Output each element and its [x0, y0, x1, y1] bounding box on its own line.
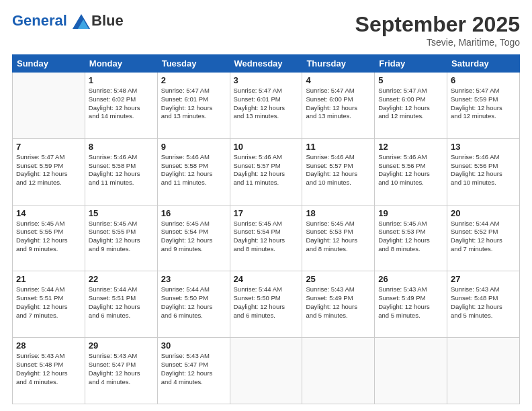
calendar-cell: 26Sunrise: 5:43 AMSunset: 5:49 PMDayligh…: [375, 271, 447, 338]
day-info: Sunrise: 5:46 AMSunset: 5:58 PMDaylight:…: [161, 153, 226, 187]
day-info: Sunrise: 5:44 AMSunset: 5:50 PMDaylight:…: [161, 285, 226, 320]
day-number: 21: [16, 274, 81, 284]
calendar-week-5: 28Sunrise: 5:43 AMSunset: 5:48 PMDayligh…: [13, 338, 520, 404]
calendar-cell: 17Sunrise: 5:45 AMSunset: 5:54 PMDayligh…: [230, 205, 302, 271]
page: General Blue September 2025 Tsevie, Mari…: [0, 0, 532, 411]
weekday-header-sunday: Sunday: [13, 55, 85, 73]
calendar-cell: 1Sunrise: 5:48 AMSunset: 6:02 PMDaylight…: [85, 73, 157, 139]
day-info: Sunrise: 5:47 AMSunset: 5:59 PMDaylight:…: [451, 87, 516, 121]
day-number: 4: [306, 75, 371, 85]
day-number: 13: [451, 142, 516, 152]
day-info: Sunrise: 5:43 AMSunset: 5:48 PMDaylight:…: [451, 285, 516, 320]
calendar-cell: 18Sunrise: 5:45 AMSunset: 5:53 PMDayligh…: [302, 205, 375, 271]
calendar-cell: 15Sunrise: 5:45 AMSunset: 5:55 PMDayligh…: [85, 205, 157, 271]
day-number: 27: [451, 274, 516, 284]
day-number: 8: [89, 142, 154, 152]
day-number: 14: [16, 208, 81, 218]
weekday-header-wednesday: Wednesday: [230, 55, 302, 73]
day-info: Sunrise: 5:48 AMSunset: 6:02 PMDaylight:…: [89, 87, 154, 121]
calendar-cell: 2Sunrise: 5:47 AMSunset: 6:01 PMDaylight…: [157, 73, 230, 139]
day-info: Sunrise: 5:46 AMSunset: 5:58 PMDaylight:…: [89, 153, 154, 187]
day-number: 20: [451, 208, 516, 218]
day-number: 26: [378, 274, 443, 284]
logo-icon: [73, 14, 90, 29]
calendar-cell: [302, 338, 375, 404]
weekday-header-monday: Monday: [85, 55, 157, 73]
day-info: Sunrise: 5:46 AMSunset: 5:57 PMDaylight:…: [306, 153, 371, 187]
calendar-cell: 20Sunrise: 5:44 AMSunset: 5:52 PMDayligh…: [447, 205, 520, 271]
day-info: Sunrise: 5:47 AMSunset: 6:00 PMDaylight:…: [306, 87, 371, 121]
calendar-cell: 28Sunrise: 5:43 AMSunset: 5:48 PMDayligh…: [13, 338, 85, 404]
calendar-cell: [447, 338, 520, 404]
day-number: 6: [451, 75, 516, 85]
day-number: 12: [378, 142, 443, 152]
day-info: Sunrise: 5:44 AMSunset: 5:51 PMDaylight:…: [16, 285, 81, 320]
day-info: Sunrise: 5:46 AMSunset: 5:56 PMDaylight:…: [451, 153, 516, 187]
day-number: 30: [161, 340, 226, 351]
day-info: Sunrise: 5:44 AMSunset: 5:51 PMDaylight:…: [89, 285, 154, 320]
day-info: Sunrise: 5:47 AMSunset: 6:00 PMDaylight:…: [378, 87, 443, 121]
day-info: Sunrise: 5:46 AMSunset: 5:56 PMDaylight:…: [378, 153, 443, 187]
day-info: Sunrise: 5:44 AMSunset: 5:52 PMDaylight:…: [451, 220, 516, 254]
logo-blue: Blue: [91, 12, 124, 30]
weekday-header-tuesday: Tuesday: [157, 55, 230, 73]
logo: General Blue: [12, 12, 124, 30]
calendar-cell: 12Sunrise: 5:46 AMSunset: 5:56 PMDayligh…: [375, 138, 447, 205]
calendar-cell: 23Sunrise: 5:44 AMSunset: 5:50 PMDayligh…: [157, 271, 230, 338]
weekday-header-thursday: Thursday: [302, 55, 375, 73]
day-info: Sunrise: 5:45 AMSunset: 5:55 PMDaylight:…: [89, 220, 154, 254]
calendar-cell: [230, 338, 302, 404]
calendar-cell: 22Sunrise: 5:44 AMSunset: 5:51 PMDayligh…: [85, 271, 157, 338]
day-info: Sunrise: 5:44 AMSunset: 5:50 PMDaylight:…: [234, 285, 299, 320]
calendar-cell: 10Sunrise: 5:46 AMSunset: 5:57 PMDayligh…: [230, 138, 302, 205]
weekday-header-saturday: Saturday: [447, 55, 520, 73]
calendar-cell: 24Sunrise: 5:44 AMSunset: 5:50 PMDayligh…: [230, 271, 302, 338]
day-number: 5: [378, 75, 443, 85]
day-number: 29: [89, 340, 154, 351]
day-info: Sunrise: 5:43 AMSunset: 5:47 PMDaylight:…: [161, 352, 226, 386]
calendar-week-4: 21Sunrise: 5:44 AMSunset: 5:51 PMDayligh…: [13, 271, 520, 338]
calendar-cell: 3Sunrise: 5:47 AMSunset: 6:01 PMDaylight…: [230, 73, 302, 139]
day-number: 22: [89, 274, 154, 284]
day-number: 7: [16, 142, 81, 152]
calendar-cell: 14Sunrise: 5:45 AMSunset: 5:55 PMDayligh…: [13, 205, 85, 271]
day-number: 23: [161, 274, 226, 284]
calendar-week-1: 1Sunrise: 5:48 AMSunset: 6:02 PMDaylight…: [13, 73, 520, 139]
calendar-cell: 4Sunrise: 5:47 AMSunset: 6:00 PMDaylight…: [302, 73, 375, 139]
calendar-cell: 11Sunrise: 5:46 AMSunset: 5:57 PMDayligh…: [302, 138, 375, 205]
main-title: September 2025: [355, 12, 520, 37]
day-info: Sunrise: 5:46 AMSunset: 5:57 PMDaylight:…: [234, 153, 299, 187]
day-number: 17: [234, 208, 299, 218]
day-number: 2: [161, 75, 226, 85]
calendar-cell: 8Sunrise: 5:46 AMSunset: 5:58 PMDaylight…: [85, 138, 157, 205]
calendar-cell: 6Sunrise: 5:47 AMSunset: 5:59 PMDaylight…: [447, 73, 520, 139]
calendar-cell: 21Sunrise: 5:44 AMSunset: 5:51 PMDayligh…: [13, 271, 85, 338]
day-info: Sunrise: 5:45 AMSunset: 5:53 PMDaylight:…: [306, 220, 371, 254]
calendar-cell: 7Sunrise: 5:47 AMSunset: 5:59 PMDaylight…: [13, 138, 85, 205]
calendar-week-3: 14Sunrise: 5:45 AMSunset: 5:55 PMDayligh…: [13, 205, 520, 271]
day-info: Sunrise: 5:45 AMSunset: 5:53 PMDaylight:…: [378, 220, 443, 254]
day-info: Sunrise: 5:45 AMSunset: 5:54 PMDaylight:…: [234, 220, 299, 254]
day-info: Sunrise: 5:47 AMSunset: 5:59 PMDaylight:…: [16, 153, 81, 187]
header: General Blue September 2025 Tsevie, Mari…: [12, 12, 520, 48]
calendar-cell: 16Sunrise: 5:45 AMSunset: 5:54 PMDayligh…: [157, 205, 230, 271]
day-number: 25: [306, 274, 371, 284]
day-info: Sunrise: 5:43 AMSunset: 5:47 PMDaylight:…: [89, 352, 154, 386]
day-info: Sunrise: 5:45 AMSunset: 5:54 PMDaylight:…: [161, 220, 226, 254]
title-block: September 2025 Tsevie, Maritime, Togo: [355, 12, 520, 48]
calendar-table: SundayMondayTuesdayWednesdayThursdayFrid…: [12, 54, 520, 404]
calendar-cell: [13, 73, 85, 139]
day-number: 3: [234, 75, 299, 85]
day-number: 18: [306, 208, 371, 218]
calendar-cell: 30Sunrise: 5:43 AMSunset: 5:47 PMDayligh…: [157, 338, 230, 404]
calendar-cell: 5Sunrise: 5:47 AMSunset: 6:00 PMDaylight…: [375, 73, 447, 139]
calendar-header-row: SundayMondayTuesdayWednesdayThursdayFrid…: [13, 55, 520, 73]
day-number: 9: [161, 142, 226, 152]
day-number: 19: [378, 208, 443, 218]
day-number: 16: [161, 208, 226, 218]
day-number: 15: [89, 208, 154, 218]
day-info: Sunrise: 5:47 AMSunset: 6:01 PMDaylight:…: [161, 87, 226, 121]
calendar-cell: 13Sunrise: 5:46 AMSunset: 5:56 PMDayligh…: [447, 138, 520, 205]
subtitle: Tsevie, Maritime, Togo: [355, 37, 520, 48]
day-info: Sunrise: 5:43 AMSunset: 5:49 PMDaylight:…: [306, 285, 371, 320]
